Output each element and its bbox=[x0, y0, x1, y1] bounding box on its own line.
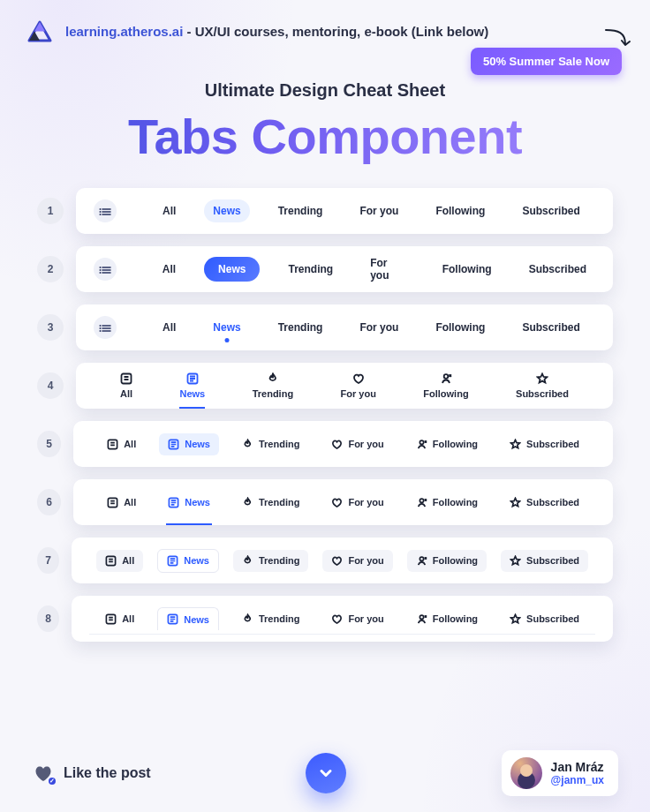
star-icon bbox=[510, 613, 521, 625]
tab-subscribed[interactable]: Subscribed bbox=[513, 316, 588, 339]
author-handle: @janm_ux bbox=[551, 774, 604, 786]
tab-news[interactable]: News bbox=[159, 433, 219, 455]
user-icon bbox=[416, 555, 427, 567]
tab-label: All bbox=[122, 555, 134, 566]
sale-badge[interactable]: 50% Summer Sale Now bbox=[471, 48, 622, 75]
star-icon bbox=[536, 372, 548, 385]
tab-label: All bbox=[120, 388, 132, 399]
tab-all[interactable]: All bbox=[98, 492, 145, 514]
tab-label: All bbox=[124, 497, 136, 508]
news-icon bbox=[186, 372, 199, 385]
tab-label: Following bbox=[423, 388, 468, 399]
tab-trending[interactable]: Trending bbox=[233, 433, 308, 455]
tab-news[interactable]: News bbox=[204, 199, 249, 222]
tab-following[interactable]: Following bbox=[423, 372, 468, 399]
like-post[interactable]: ✓ Like the post bbox=[32, 762, 151, 785]
tab-for-you[interactable]: For you bbox=[361, 252, 414, 287]
tab-trending[interactable]: Trending bbox=[279, 258, 342, 281]
tab-subscribed[interactable]: Subscribed bbox=[513, 199, 588, 222]
tab-following[interactable]: Following bbox=[407, 608, 487, 630]
tab-all[interactable]: All bbox=[120, 372, 132, 399]
tab-following[interactable]: Following bbox=[407, 433, 487, 455]
tab-subscribed[interactable]: Subscribed bbox=[520, 258, 595, 281]
active-underline bbox=[179, 407, 205, 409]
heart-icon bbox=[331, 555, 343, 567]
tab-news[interactable]: News bbox=[179, 372, 205, 399]
all-icon bbox=[120, 372, 132, 385]
tab-label: Subscribed bbox=[526, 613, 579, 624]
tab-for-you[interactable]: For you bbox=[322, 433, 392, 455]
example-number: 3 bbox=[37, 314, 64, 341]
tab-news[interactable]: News bbox=[159, 492, 219, 514]
tab-following[interactable]: Following bbox=[427, 316, 494, 339]
tab-all[interactable]: All bbox=[98, 433, 145, 455]
tabs-example-4: AllNewsTrendingFor youFollowingSubscribe… bbox=[76, 363, 613, 409]
tab-for-you[interactable]: For you bbox=[322, 608, 392, 630]
tab-news[interactable]: News bbox=[204, 316, 249, 339]
tab-all[interactable]: All bbox=[154, 199, 185, 222]
tab-for-you[interactable]: For you bbox=[341, 372, 376, 399]
tab-label: Trending bbox=[259, 497, 299, 508]
tab-label: News bbox=[184, 555, 209, 566]
news-icon bbox=[168, 439, 179, 450]
tab-for-you[interactable]: For you bbox=[351, 199, 407, 222]
all-icon bbox=[107, 439, 118, 450]
heart-icon bbox=[331, 439, 343, 450]
tab-label: Subscribed bbox=[526, 497, 579, 508]
tab-trending[interactable]: Trending bbox=[233, 608, 308, 630]
tab-news[interactable]: News bbox=[204, 257, 260, 282]
heart-icon bbox=[331, 497, 343, 508]
tab-label: Trending bbox=[259, 613, 299, 624]
tab-trending[interactable]: Trending bbox=[269, 316, 332, 339]
tab-trending[interactable]: Trending bbox=[253, 372, 293, 399]
tab-all[interactable]: All bbox=[96, 550, 143, 572]
tab-all[interactable]: All bbox=[154, 258, 185, 281]
tab-label: News bbox=[184, 614, 209, 625]
tab-label: Following bbox=[433, 555, 478, 566]
tab-trending[interactable]: Trending bbox=[233, 550, 308, 572]
tab-following[interactable]: Following bbox=[434, 258, 501, 281]
author-card[interactable]: Jan Mráz @janm_ux bbox=[502, 750, 618, 796]
tab-for-you[interactable]: For you bbox=[322, 550, 392, 572]
user-icon bbox=[416, 497, 427, 508]
heart-icon: ✓ bbox=[32, 762, 55, 785]
tab-trending[interactable]: Trending bbox=[233, 492, 308, 514]
tab-following[interactable]: Following bbox=[407, 492, 487, 514]
all-icon bbox=[105, 555, 117, 567]
scroll-down-button[interactable] bbox=[306, 753, 346, 793]
fire-icon bbox=[267, 372, 279, 385]
tab-following[interactable]: Following bbox=[407, 550, 487, 572]
tab-subscribed[interactable]: Subscribed bbox=[501, 608, 588, 630]
tab-label: For you bbox=[348, 555, 383, 566]
list-icon[interactable] bbox=[94, 258, 117, 281]
tabs-example-8: AllNewsTrendingFor youFollowingSubscribe… bbox=[72, 596, 613, 642]
list-icon[interactable] bbox=[94, 199, 117, 222]
tab-subscribed[interactable]: Subscribed bbox=[501, 433, 588, 455]
verified-check-icon: ✓ bbox=[47, 776, 57, 786]
tab-trending[interactable]: Trending bbox=[269, 199, 332, 222]
tab-news[interactable]: News bbox=[157, 549, 219, 573]
tab-subscribed[interactable]: Subscribed bbox=[501, 492, 588, 514]
site-link[interactable]: learning.atheros.ai bbox=[65, 24, 183, 39]
example-number: 7 bbox=[37, 547, 59, 574]
tab-following[interactable]: Following bbox=[427, 199, 494, 222]
star-icon bbox=[510, 497, 521, 508]
user-icon bbox=[440, 372, 452, 385]
tab-subscribed[interactable]: Subscribed bbox=[516, 372, 569, 399]
tab-label: All bbox=[124, 439, 136, 449]
tab-subscribed[interactable]: Subscribed bbox=[501, 550, 588, 572]
tab-label: For you bbox=[348, 497, 383, 508]
like-label: Like the post bbox=[64, 765, 151, 781]
example-number: 5 bbox=[37, 431, 61, 457]
tab-for-you[interactable]: For you bbox=[351, 316, 407, 339]
tab-for-you[interactable]: For you bbox=[322, 492, 392, 514]
tabs-example-2: AllNewsTrendingFor youFollowingSubscribe… bbox=[76, 246, 613, 292]
tab-all[interactable]: All bbox=[154, 316, 185, 339]
tab-label: Subscribed bbox=[526, 439, 579, 449]
tab-label: For you bbox=[341, 388, 376, 399]
tab-news[interactable]: News bbox=[157, 607, 219, 630]
tab-label: Following bbox=[433, 497, 478, 508]
list-icon[interactable] bbox=[94, 316, 117, 339]
tab-label: Subscribed bbox=[516, 388, 569, 399]
tab-all[interactable]: All bbox=[96, 608, 143, 630]
